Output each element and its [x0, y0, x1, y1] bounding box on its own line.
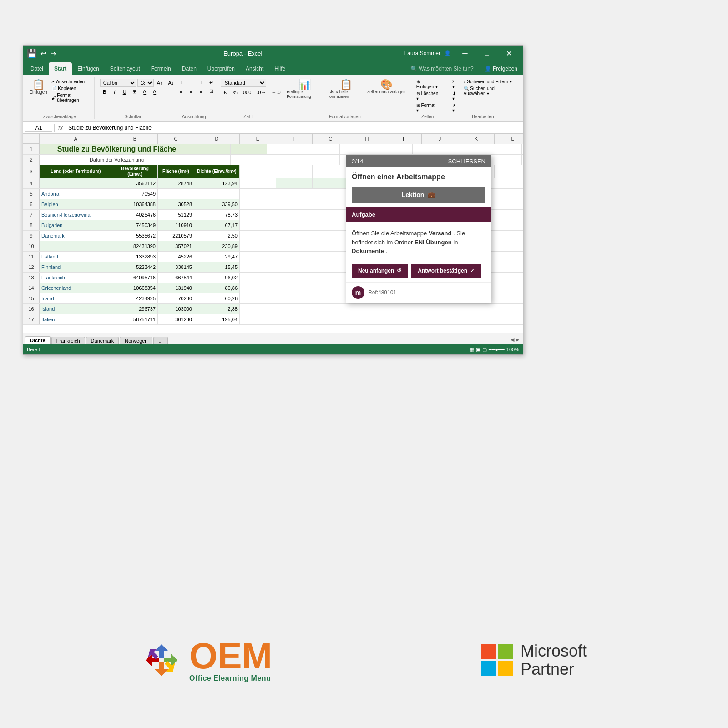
tab-seitenlayout[interactable]: Seitenlayout [105, 62, 146, 75]
underline-button[interactable]: U [120, 88, 129, 96]
conditional-format-button[interactable]: 📊 Bedingte Formatierung [285, 79, 324, 100]
sort-button[interactable]: ↕ Sortieren und Filtern ▾ [462, 79, 516, 85]
cell-b10[interactable]: 82431390 [112, 241, 158, 251]
cell-c12[interactable]: 338145 [158, 262, 194, 272]
cell-a7[interactable]: Bosnien-Herzegowina [40, 210, 112, 220]
align-bottom-button[interactable]: ⊥ [197, 79, 206, 86]
cell-e2[interactable] [194, 155, 231, 165]
cell-a13[interactable]: Frankreich [40, 273, 112, 283]
cell-l3[interactable] [495, 165, 523, 178]
cell-a17[interactable]: Italien [40, 314, 112, 324]
cell-d4[interactable]: 123,94 [194, 178, 240, 188]
cell-e1[interactable] [194, 144, 231, 154]
paste-button[interactable]: 📋 Einfügen [29, 79, 48, 96]
as-table-button[interactable]: 📋 Als Tabelle formatieren [326, 79, 366, 100]
cell-l1[interactable] [449, 144, 485, 154]
cell-a16[interactable]: Island [40, 304, 112, 314]
cell-b4[interactable]: 3563112 [112, 178, 158, 188]
cell-c4[interactable]: 28748 [158, 178, 194, 188]
cell-d12[interactable]: 15,45 [194, 262, 240, 272]
col-header-land[interactable]: Land (oder Territorium) [40, 165, 112, 178]
panel-close-button[interactable]: SCHLIESSEN [448, 158, 485, 165]
cell-b16[interactable]: 296737 [112, 304, 158, 314]
cell-d9[interactable]: 2,50 [194, 231, 240, 241]
cell-b14[interactable]: 10668354 [112, 283, 158, 293]
cell-b12[interactable]: 5223442 [112, 262, 158, 272]
tab-ansicht[interactable]: Ansicht [240, 62, 269, 75]
sheet-tab-norwegen[interactable]: Norwegen [120, 337, 152, 344]
font-name-select[interactable]: Calibri [100, 79, 136, 87]
cell-k1[interactable] [413, 144, 449, 154]
formula-input[interactable] [66, 124, 521, 131]
increase-font-button[interactable]: A↑ [155, 79, 165, 86]
lesson-button[interactable]: Lektion 💼 [352, 187, 485, 203]
cell-c16[interactable]: 103000 [158, 304, 194, 314]
align-top-button[interactable]: ⊤ [177, 79, 186, 86]
minimize-button[interactable]: ─ [455, 46, 475, 61]
cell-styles-button[interactable]: 🎨 Zellenformatvorlagen [368, 79, 404, 95]
cell-d8[interactable]: 67,17 [194, 220, 240, 230]
border-button[interactable]: ⊞ [130, 88, 139, 96]
cell-b15[interactable]: 4234925 [112, 293, 158, 303]
cell-b7[interactable]: 4025476 [112, 210, 158, 220]
cell-j1[interactable] [376, 144, 413, 154]
close-button[interactable]: ✕ [498, 46, 519, 61]
cell-a8[interactable]: Bulgarien [40, 220, 112, 230]
cell-a4[interactable] [40, 178, 112, 188]
cell-c10[interactable]: 357021 [158, 241, 194, 251]
tab-datei[interactable]: Datei [25, 62, 49, 75]
cell-b17[interactable]: 58751711 [112, 314, 158, 324]
cell-c13[interactable]: 667544 [158, 273, 194, 283]
view-page-icon[interactable]: ▣ [476, 347, 480, 353]
cell-a10[interactable] [40, 241, 112, 251]
percent-button[interactable]: % [231, 89, 240, 96]
cell-d10[interactable]: 230,89 [194, 241, 240, 251]
italic-button[interactable]: I [110, 88, 119, 96]
cell-f2[interactable] [231, 155, 267, 165]
sheet-tab-dichte[interactable]: Dichte [25, 336, 51, 344]
cell-c15[interactable]: 70280 [158, 293, 194, 303]
bold-button[interactable]: B [100, 88, 109, 96]
sheet-tab-frankreich[interactable]: Frankreich [51, 337, 85, 344]
cell-d5[interactable] [194, 189, 240, 199]
cell-d14[interactable]: 80,86 [194, 283, 240, 293]
cell-d7[interactable]: 78,73 [194, 210, 240, 220]
cell-c7[interactable]: 51129 [158, 210, 194, 220]
cell-e6[interactable] [240, 199, 276, 209]
tab-daten[interactable]: Daten [177, 62, 202, 75]
cell-c14[interactable]: 131940 [158, 283, 194, 293]
align-right-button[interactable]: ≡ [197, 88, 206, 95]
format-painter-button[interactable]: 🖌 Format übertragen [50, 92, 90, 103]
cell-a6[interactable]: Belgien [40, 199, 112, 209]
delete-cells-button[interactable]: ⊖ Löschen ▾ [415, 91, 441, 101]
clear-button[interactable]: ✗ ▾ [450, 102, 460, 113]
tab-ueberpruefen[interactable]: Überprüfen [202, 62, 240, 75]
cell-h1[interactable] [303, 144, 340, 154]
cell-m1[interactable] [485, 144, 522, 154]
number-format-select[interactable]: Standard [221, 79, 266, 87]
cell-c17[interactable]: 301230 [158, 314, 194, 324]
cell-c6[interactable]: 30528 [158, 199, 194, 209]
zoom-slider[interactable]: ━━●━━ [489, 347, 505, 353]
align-middle-button[interactable]: ≡ [187, 79, 196, 86]
cell-c8[interactable]: 110910 [158, 220, 194, 230]
cell-d11[interactable]: 29,47 [194, 252, 240, 262]
subtitle-cell[interactable]: Datum der Volkszählung [40, 155, 194, 165]
cell-e4[interactable] [240, 178, 276, 188]
cell-a12[interactable]: Finnland [40, 262, 112, 272]
currency-button[interactable]: € [221, 89, 230, 96]
sum-button[interactable]: Σ ▾ [450, 79, 460, 90]
share-button[interactable]: 👤 Freigeben [479, 62, 523, 75]
font-color-button[interactable]: A̲ [150, 88, 159, 96]
cell-i1[interactable] [340, 144, 376, 154]
title-cell[interactable]: Studie zu Bevölkerung und Fläche [40, 144, 194, 154]
sheet-tab-more[interactable]: ... [153, 337, 167, 344]
fill-button[interactable]: ⬇ ▾ [450, 91, 460, 101]
cell-c11[interactable]: 45226 [158, 252, 194, 262]
tab-search[interactable]: 🔍 Was möchten Sie tun? [405, 62, 479, 75]
tab-einfuegen[interactable]: Einfügen [72, 62, 104, 75]
cell-c9[interactable]: 2210579 [158, 231, 194, 241]
cut-button[interactable]: ✂ Ausschneiden [50, 79, 90, 85]
font-size-select[interactable]: 18 [137, 79, 154, 87]
cell-b13[interactable]: 64095716 [112, 273, 158, 283]
